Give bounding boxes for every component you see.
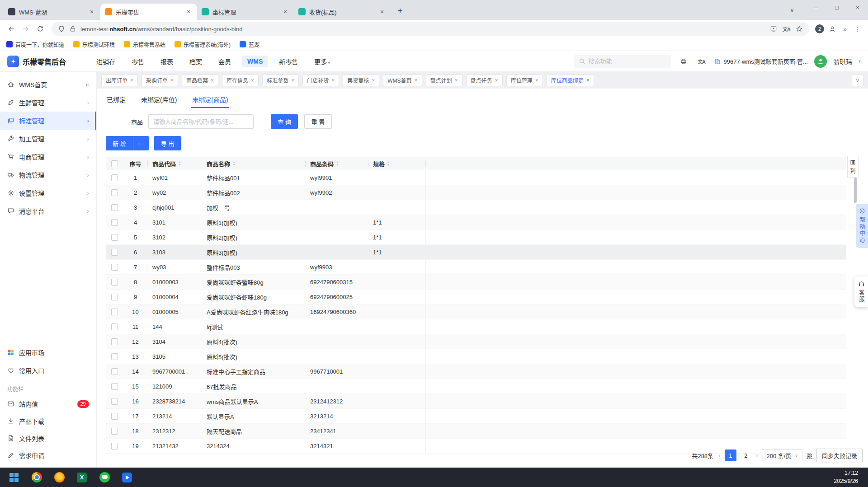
column-header[interactable]: 商品代码 ▲▼ <box>148 157 202 170</box>
row-checkbox[interactable] <box>111 383 118 390</box>
table-row[interactable]: 10 01000005 A爱尚咪咪虾条红烧牛肉味180g 16924790600… <box>106 304 846 319</box>
table-row[interactable]: 8 01000003 爱尚咪咪虾条蟹味80g 6924790600315 <box>106 275 846 290</box>
help-center-widget[interactable]: 帮助中心 <box>856 204 868 248</box>
update-badge[interactable]: 2 <box>815 24 824 33</box>
column-header[interactable]: 商品名称 ▲▼ <box>202 157 306 170</box>
column-header[interactable]: 商品条码 ▲▼ <box>306 157 368 170</box>
windows-start-button[interactable] <box>4 468 24 487</box>
sidebar-item[interactable]: 设置管理 › <box>0 184 96 202</box>
account-switcher[interactable]: 99677-wms测试账套新页面-管... <box>714 57 808 66</box>
table-row[interactable]: 5 3102 原料2(加权) 1*1 <box>106 230 846 245</box>
tab-close-icon[interactable]: × <box>130 77 133 84</box>
workspace-tab[interactable]: 盘点计划 × <box>426 75 462 86</box>
tab-close-icon[interactable]: × <box>372 77 375 84</box>
bookmark-item[interactable]: 百度一下，你就知道 <box>6 41 64 48</box>
function-search[interactable] <box>574 55 671 68</box>
prev-page-icon[interactable]: ‹ <box>718 452 721 459</box>
select-all-checkbox[interactable] <box>111 160 118 167</box>
view-tab[interactable]: 未绑定(库位) <box>140 93 178 108</box>
extensions-overflow-button[interactable]: » <box>839 23 851 35</box>
nav-item[interactable]: 零售 <box>127 55 149 68</box>
export-button[interactable]: 导 出 <box>154 136 181 150</box>
view-tab[interactable]: 未绑定(商品) <box>191 93 229 108</box>
sort-icon[interactable]: ▲▼ <box>232 161 236 166</box>
tab-close-icon[interactable]: × <box>291 77 294 84</box>
tab-close-icon[interactable]: × <box>251 77 254 84</box>
workspace-tab[interactable]: 库位管理 × <box>506 75 543 86</box>
tab-close-icon[interactable]: × <box>211 77 214 84</box>
taskbar-clock[interactable]: 17:12 2025/9/26 <box>834 469 864 485</box>
bookmark-item[interactable]: 乐檬测试环境 <box>73 41 115 48</box>
table-row[interactable]: 11 144 lq测试 <box>106 319 846 334</box>
row-checkbox[interactable] <box>111 264 118 271</box>
tab-close-icon[interactable]: × <box>455 77 458 84</box>
taskbar-lemon-app[interactable] <box>49 468 70 487</box>
nav-item[interactable]: 更多▾ <box>309 55 335 68</box>
refresh-button[interactable] <box>33 22 47 36</box>
table-row[interactable]: 17 213214 默认显示A 3213214 <box>106 409 846 424</box>
translate-icon[interactable]: 文A <box>783 25 790 33</box>
column-header[interactable]: 规格 ▲▼ <box>368 157 426 170</box>
taskbar-blue-app[interactable] <box>117 468 137 487</box>
table-row[interactable]: 7 wy03 整件标品003 wyf9903 <box>106 260 846 275</box>
nav-item[interactable]: WMS <box>242 56 268 67</box>
add-button[interactable]: 新 增 <box>106 136 133 150</box>
print-button[interactable] <box>678 56 689 67</box>
workspace-tab[interactable]: 出库订单 × <box>101 75 138 86</box>
workspace-tab[interactable]: 集货复核 × <box>343 75 379 86</box>
row-checkbox[interactable] <box>111 323 118 330</box>
user-menu-caret-icon[interactable]: ▾ <box>859 59 861 64</box>
sidebar-tool-item[interactable]: 产品下载 <box>0 412 96 430</box>
nav-item[interactable]: 进销存 <box>91 55 120 68</box>
forward-button[interactable] <box>19 22 33 36</box>
next-page-icon[interactable]: › <box>756 452 758 459</box>
table-row[interactable]: 1 wyf01 整件标品001 wyf9901 <box>106 170 846 185</box>
tab-close-icon[interactable]: × <box>495 77 498 84</box>
table-row[interactable]: 12 3104 原料4(批次) <box>106 334 846 349</box>
sort-icon[interactable]: ▲▼ <box>387 161 390 166</box>
minimize-button[interactable]: – <box>806 0 826 15</box>
sidebar-item[interactable]: 加工管理 › <box>0 130 96 148</box>
shield-icon[interactable] <box>58 25 65 33</box>
tab-close-icon[interactable]: × <box>281 8 289 16</box>
function-search-input[interactable] <box>589 58 667 65</box>
table-row[interactable]: 4 3101 原料1(加权) 1*1 <box>106 215 846 230</box>
nav-item[interactable]: 新零售 <box>274 55 303 68</box>
nav-item[interactable]: 会员 <box>213 55 236 68</box>
lock-icon[interactable] <box>69 25 76 33</box>
page-button[interactable]: 2 <box>740 450 752 461</box>
sidebar-item[interactable]: 消息平台 › <box>0 202 96 220</box>
row-checkbox[interactable] <box>111 413 118 420</box>
browser-tab[interactable]: WMS-蓝湖 × <box>4 4 100 20</box>
row-checkbox[interactable] <box>111 398 118 405</box>
username[interactable]: 翁琪玮 <box>833 57 852 66</box>
taskbar-chrome[interactable] <box>26 468 47 487</box>
sort-icon[interactable]: ▲▼ <box>178 161 181 166</box>
sort-icon[interactable]: ▲▼ <box>336 161 339 166</box>
avatar[interactable] <box>814 55 827 68</box>
nav-item[interactable]: 报表 <box>156 55 178 68</box>
browser-menu-button[interactable]: ⋮ <box>852 23 863 35</box>
bookmark-item[interactable]: 蓝湖 <box>240 41 259 48</box>
profile-button[interactable] <box>826 23 838 35</box>
column-settings-button[interactable]: 列 <box>847 156 859 178</box>
tab-search-icon[interactable]: ∨ <box>786 4 798 16</box>
page-button[interactable]: 1 <box>725 450 736 461</box>
workspace-tab[interactable]: 盘点任务 × <box>466 75 503 86</box>
bookmark-star-icon[interactable] <box>796 25 803 33</box>
row-checkbox[interactable] <box>111 338 118 345</box>
sidebar-tool-item[interactable]: 文件列表 <box>0 430 96 447</box>
tab-close-icon[interactable]: × <box>586 77 590 84</box>
sidebar-tool-item[interactable]: 站内信 29 <box>0 395 96 412</box>
tab-close-icon[interactable]: × <box>378 8 386 16</box>
table-row[interactable]: 14 9967700001 标准中心手工指定商品 9967710001 <box>106 364 846 379</box>
new-tab-button[interactable]: + <box>393 4 407 18</box>
row-checkbox[interactable] <box>111 219 118 226</box>
language-button[interactable]: 文A <box>696 56 708 67</box>
page-size-select[interactable]: 200 条/页 ∨ <box>762 450 802 461</box>
tab-close-icon[interactable]: × <box>331 77 335 84</box>
query-button[interactable]: 查 询 <box>271 114 298 129</box>
collapse-sidebar-icon[interactable]: « <box>85 81 89 88</box>
workspace-tab[interactable]: 库存信息 × <box>222 75 259 86</box>
app-logo[interactable]: ✦ 乐檬零售后台 <box>7 56 91 67</box>
